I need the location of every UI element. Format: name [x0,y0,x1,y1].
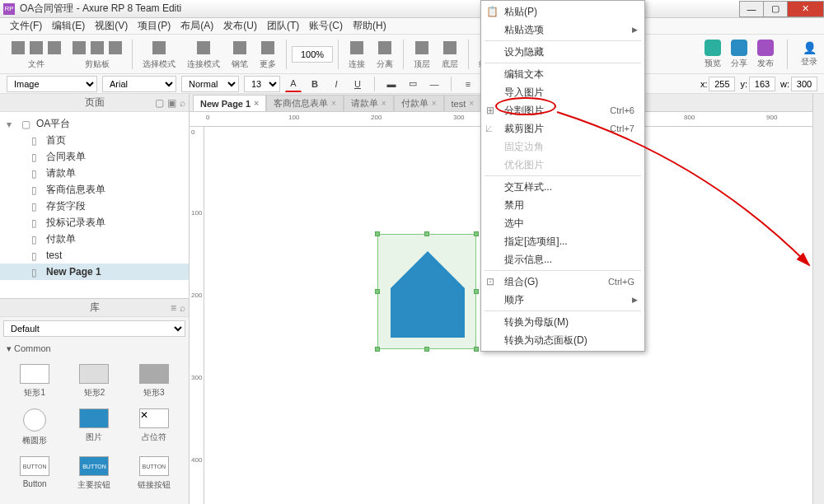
ctx-disable[interactable]: 禁用 [481,196,644,214]
selected-widget[interactable] [377,234,476,349]
resize-handle[interactable] [375,231,380,236]
add-folder-icon[interactable]: ▣ [167,97,176,109]
connect-mode-icon[interactable] [197,41,210,54]
ctx-convert-dynamic-panel[interactable]: 转换为动态面板(D) [481,331,644,349]
tree-item[interactable]: ▯付款单 [0,231,189,247]
ctx-tooltip[interactable]: 提示信息... [481,250,644,268]
close-tab-icon[interactable]: × [254,99,259,108]
maximize-button[interactable]: ▢ [763,1,788,17]
login-button[interactable]: 👤登录 [801,41,817,68]
lib-item[interactable]: 矩形3 [126,361,182,402]
paste-icon[interactable] [109,41,122,54]
ctx-order[interactable]: 顺序▶ [481,291,644,309]
menu-view[interactable]: 视图(V) [91,17,131,35]
resize-handle[interactable] [474,231,479,236]
front-icon[interactable] [415,41,428,54]
tree-item[interactable]: ▯首页 [0,132,189,148]
select-mode-icon[interactable] [152,41,166,54]
resize-handle[interactable] [424,347,429,352]
tree-item[interactable]: ▯合同表单 [0,148,189,165]
ctx-interaction-styles[interactable]: 交互样式... [481,178,644,196]
share-button[interactable]: 分享 [731,40,747,69]
lib-item[interactable]: ✕占位符 [126,405,182,450]
lib-item[interactable]: 椭圆形 [7,405,63,450]
resize-handle[interactable] [375,347,380,352]
menu-team[interactable]: 团队(T) [264,17,302,35]
ctx-paste[interactable]: 📋粘贴(P) [481,2,644,21]
lib-item[interactable]: 图片 [66,405,122,450]
pen-icon[interactable] [233,41,246,54]
ctx-group[interactable]: ⊡组合(G)Ctrl+G [481,273,644,291]
copy-icon[interactable] [91,41,104,54]
lib-search-icon[interactable]: ⌕ [180,302,185,314]
open-file-icon[interactable] [30,41,43,54]
cut-icon[interactable] [73,41,86,54]
lib-menu-icon[interactable]: ≡ [171,302,176,314]
ctx-assign-option-group[interactable]: 指定[选项组]... [481,232,644,250]
bold-button[interactable]: B [307,76,323,92]
ctx-convert-master[interactable]: 转换为母版(M) [481,313,644,331]
tab-active[interactable]: New Page 1× [193,95,266,111]
tree-item[interactable]: ▯test [0,247,189,264]
resize-handle[interactable] [474,347,479,352]
tab[interactable]: 请款单× [344,95,394,111]
ctx-paste-options[interactable]: 粘贴选项▶ [481,21,644,39]
back-icon[interactable] [443,41,456,54]
border-icon[interactable]: ▭ [405,76,421,92]
add-page-icon[interactable]: ▢ [155,97,164,109]
menu-layout[interactable]: 布局(A) [177,17,217,35]
menu-help[interactable]: 帮助(H) [349,17,390,35]
new-file-icon[interactable] [12,41,25,54]
italic-button[interactable]: I [328,76,344,92]
fill-color-icon[interactable]: ▬ [383,76,400,92]
align-left-icon[interactable]: ≡ [460,76,476,92]
lib-item[interactable]: 矩形1 [7,361,63,402]
menu-file[interactable]: 文件(F) [7,17,45,35]
tree-item[interactable]: ▯投标记录表单 [0,214,189,231]
unlink-icon[interactable] [378,41,391,54]
tree-root[interactable]: ▾▢OA平台 [0,115,189,132]
library-select[interactable]: Default [3,320,185,337]
w-input[interactable] [791,77,817,91]
tree-item[interactable]: ▯请款单 [0,165,189,181]
tab[interactable]: 客商信息表单× [266,95,344,111]
lib-category[interactable]: ▾ Common [0,340,189,357]
tree-item[interactable]: ▯客商信息表单 [0,181,189,198]
publish-button[interactable]: 发布 [757,40,774,69]
resize-handle[interactable] [424,231,429,236]
ctx-edit-text[interactable]: 编辑文本 [481,65,644,83]
ctx-select[interactable]: 选中 [481,214,644,232]
y-input[interactable] [749,77,775,91]
tree-item[interactable]: ▯存货字段 [0,198,189,214]
underline-button[interactable]: U [349,76,366,92]
close-button[interactable]: ✕ [787,1,824,17]
tab[interactable]: 付款单× [394,95,444,111]
tab[interactable]: test× [444,95,482,111]
ctx-set-hidden[interactable]: 设为隐藏 [481,43,644,61]
font-select[interactable]: Arial [102,76,176,92]
size-select[interactable]: 13 [244,76,280,92]
search-icon[interactable]: ⌕ [180,97,185,109]
menu-publish[interactable]: 发布(U) [220,17,260,35]
ctx-import-image[interactable]: 导入图片 [481,83,644,101]
lib-item[interactable]: BUTTON主要按钮 [66,453,122,494]
resize-handle[interactable] [375,289,380,294]
ctx-crop-image[interactable]: ⟀裁剪图片Ctrl+7 [481,119,644,138]
weight-select[interactable]: Normal [181,76,239,92]
widget-type-select[interactable]: Image [7,76,97,92]
line-style-icon[interactable]: — [426,76,442,92]
font-color-icon[interactable]: A [285,76,302,92]
preview-button[interactable]: 预览 [705,40,721,69]
menu-edit[interactable]: 编辑(E) [49,17,88,35]
more-icon[interactable] [261,41,274,54]
menu-account[interactable]: 账号(C) [306,17,346,35]
right-dock[interactable] [812,94,824,504]
lib-item[interactable]: 矩形2 [66,361,122,402]
lib-item[interactable]: BUTTONButton [7,453,63,494]
lib-item[interactable]: BUTTON链接按钮 [126,453,182,494]
zoom-input[interactable] [292,46,333,63]
tree-item-selected[interactable]: ▯New Page 1 [0,264,189,280]
menu-project[interactable]: 项目(P) [134,17,174,35]
resize-handle[interactable] [474,289,479,294]
x-input[interactable] [709,77,735,91]
